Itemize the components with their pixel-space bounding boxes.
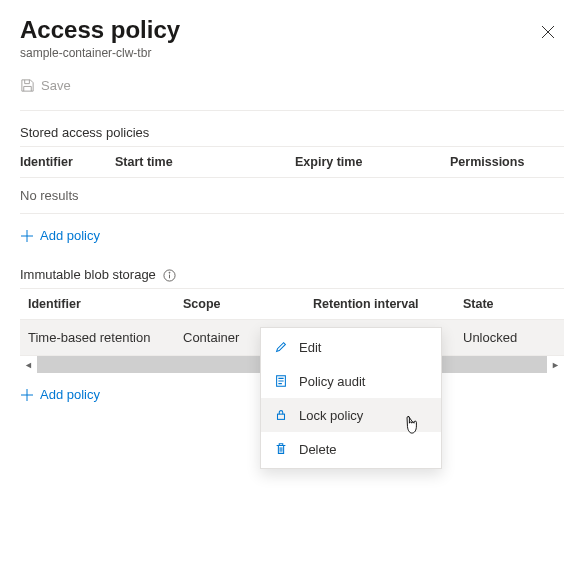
plus-icon bbox=[20, 388, 34, 402]
save-icon bbox=[20, 78, 35, 93]
sap-section-title: Stored access policies bbox=[20, 125, 564, 140]
ctx-delete-label: Delete bbox=[299, 442, 337, 457]
edit-icon bbox=[273, 339, 289, 355]
delete-icon bbox=[273, 441, 289, 457]
ctx-delete[interactable]: Delete bbox=[261, 432, 441, 466]
ctx-lock-policy[interactable]: Lock policy bbox=[261, 398, 441, 432]
ibs-add-policy-button[interactable]: Add policy bbox=[20, 387, 100, 402]
divider bbox=[20, 110, 564, 111]
info-icon[interactable] bbox=[163, 269, 176, 282]
sap-col-start-time: Start time bbox=[115, 147, 295, 178]
sap-no-results-row: No results bbox=[20, 178, 564, 214]
ibs-col-state: State bbox=[455, 289, 564, 320]
close-icon bbox=[541, 25, 555, 39]
sap-add-label: Add policy bbox=[40, 228, 100, 243]
ibs-add-label: Add policy bbox=[40, 387, 100, 402]
save-button: Save bbox=[20, 78, 71, 93]
page-subtitle: sample-container-clw-tbr bbox=[20, 46, 180, 60]
ibs-section-title: Immutable blob storage bbox=[20, 267, 156, 282]
scroll-left-icon[interactable]: ◄ bbox=[20, 356, 37, 373]
close-button[interactable] bbox=[532, 16, 564, 48]
ibs-cell-state: Unlocked bbox=[455, 320, 564, 356]
sap-table: Identifier Start time Expiry time Permis… bbox=[20, 146, 564, 214]
ibs-section-title-row: Immutable blob storage bbox=[20, 267, 564, 282]
sap-no-results-text: No results bbox=[20, 178, 564, 214]
ibs-col-identifier: Identifier bbox=[20, 289, 175, 320]
ctx-lock-label: Lock policy bbox=[299, 408, 363, 423]
save-label: Save bbox=[41, 78, 71, 93]
ctx-edit-label: Edit bbox=[299, 340, 321, 355]
scroll-right-icon[interactable]: ► bbox=[547, 356, 564, 373]
sap-col-permissions: Permissions bbox=[450, 147, 564, 178]
page-title: Access policy bbox=[20, 16, 180, 44]
audit-icon bbox=[273, 373, 289, 389]
svg-rect-3 bbox=[278, 414, 285, 419]
sap-col-expiry-time: Expiry time bbox=[295, 147, 450, 178]
ctx-policy-audit[interactable]: Policy audit bbox=[261, 364, 441, 398]
ibs-col-retention: Retention interval bbox=[305, 289, 455, 320]
plus-icon bbox=[20, 229, 34, 243]
sap-col-identifier: Identifier bbox=[20, 147, 115, 178]
svg-point-1 bbox=[170, 272, 171, 273]
context-menu: Edit Policy audit Lock policy Delete bbox=[260, 327, 442, 469]
ctx-edit[interactable]: Edit bbox=[261, 330, 441, 364]
lock-icon bbox=[273, 407, 289, 423]
sap-add-policy-button[interactable]: Add policy bbox=[20, 228, 100, 243]
ibs-col-scope: Scope bbox=[175, 289, 305, 320]
ctx-audit-label: Policy audit bbox=[299, 374, 365, 389]
ibs-cell-identifier: Time-based retention bbox=[20, 320, 175, 356]
